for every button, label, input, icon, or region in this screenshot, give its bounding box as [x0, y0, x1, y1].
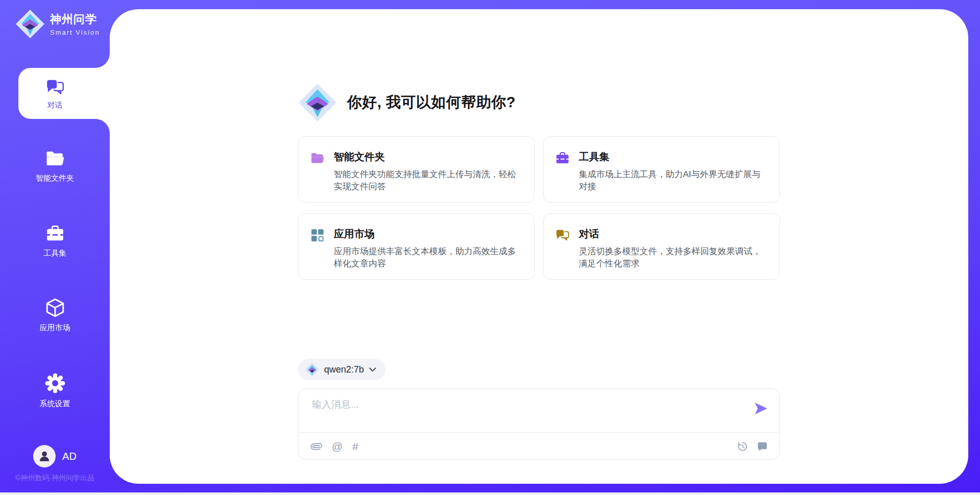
horizontal-scrollbar[interactable] — [0, 492, 980, 495]
brand-name: 神州问学 — [50, 12, 100, 27]
history-icon — [737, 440, 748, 452]
card-title: 应用市场 — [334, 227, 522, 241]
page-title: 你好, 我可以如何帮助你? — [347, 92, 516, 113]
sidebar-item-chat[interactable]: 对话 — [0, 68, 110, 119]
user-profile[interactable]: AD — [0, 445, 110, 467]
hash-icon: # — [352, 441, 358, 452]
sidebar-item-label: 应用市场 — [40, 323, 70, 333]
user-initials: AD — [62, 451, 77, 462]
model-selector[interactable]: qwen2:7b — [298, 359, 385, 380]
attachment-icon — [311, 441, 322, 452]
feature-cards: 智能文件夹 智能文件夹功能支持批量文件上传与清洗，轻松实现文件问答 工具集 — [298, 136, 780, 280]
sidebar-item-label: 智能文件夹 — [36, 174, 74, 183]
mention-button[interactable]: @ — [332, 441, 342, 452]
card-title: 对话 — [579, 227, 767, 241]
chat-bubble-icon — [756, 440, 768, 452]
sidebar-item-toolset[interactable]: 工具集 — [0, 224, 110, 258]
send-icon — [754, 402, 768, 415]
folder-icon — [44, 148, 66, 169]
toolbox-icon — [555, 151, 570, 166]
card-smart-folder[interactable]: 智能文件夹 智能文件夹功能支持批量文件上传与清洗，轻松实现文件问答 — [298, 136, 535, 203]
gear-icon — [44, 372, 66, 394]
grid-cube-icon — [310, 228, 325, 243]
sidebar-item-app-market[interactable]: 应用市场 — [0, 297, 110, 333]
sidebar-item-label: 对话 — [47, 101, 63, 110]
message-composer: @ # — [298, 388, 780, 460]
brand-logo: 神州问学 Smart Vision — [15, 9, 100, 39]
model-name: qwen2:7b — [324, 364, 364, 375]
sidebar-item-settings[interactable]: 系统设置 — [0, 372, 110, 409]
composer-toolbar: @ # — [311, 433, 768, 460]
sidebar-item-label: 工具集 — [43, 249, 66, 258]
chat-icon — [555, 228, 570, 243]
card-title: 工具集 — [579, 150, 767, 164]
person-avatar-icon — [38, 450, 51, 463]
copyright-text: ©神州数码·神州问学出品 — [0, 474, 110, 483]
main-panel: 你好, 我可以如何帮助你? 智能文件夹 智能文件夹功能支持批量文件上传与清洗，轻… — [110, 9, 968, 484]
brand-subtitle: Smart Vision — [50, 29, 100, 36]
card-description: 应用市场提供丰富长文本模板，助力高效生成多样化文章内容 — [334, 245, 522, 270]
logo-diamond-icon — [298, 83, 337, 122]
avatar — [33, 445, 56, 467]
sidebar-item-label: 系统设置 — [40, 399, 70, 409]
logo-diamond-icon — [15, 9, 45, 39]
chevron-down-icon — [369, 367, 376, 372]
toolbox-icon — [45, 224, 65, 244]
card-toolset[interactable]: 工具集 集成市场上主流工具，助力AI与外界无缝扩展与对接 — [543, 136, 780, 203]
greeting-row: 你好, 我可以如何帮助你? — [298, 83, 780, 122]
sidebar-item-smart-folder[interactable]: 智能文件夹 — [0, 148, 110, 183]
folder-icon — [310, 151, 325, 166]
attach-file-button[interactable] — [311, 441, 322, 452]
card-title: 智能文件夹 — [334, 150, 522, 164]
mention-icon: @ — [332, 441, 342, 452]
card-description: 集成市场上主流工具，助力AI与外界无缝扩展与对接 — [579, 168, 767, 193]
message-input[interactable] — [312, 398, 741, 428]
card-description: 灵活切换多模型文件，支持多样回复效果调试，满足个性化需求 — [579, 245, 767, 270]
chat-icon — [45, 77, 65, 97]
cube-icon — [44, 297, 66, 318]
card-chat[interactable]: 对话 灵活切换多模型文件，支持多样回复效果调试，满足个性化需求 — [543, 213, 780, 280]
logo-diamond-icon — [305, 363, 319, 377]
sidebar: 神州问学 Smart Vision — [0, 0, 110, 495]
send-button[interactable] — [754, 402, 768, 415]
hash-button[interactable]: # — [352, 441, 358, 452]
quick-chat-button[interactable] — [756, 440, 768, 452]
card-description: 智能文件夹功能支持批量文件上传与清洗，轻松实现文件问答 — [334, 168, 522, 193]
history-button[interactable] — [737, 440, 748, 452]
card-app-market[interactable]: 应用市场 应用市场提供丰富长文本模板，助力高效生成多样化文章内容 — [298, 213, 535, 280]
